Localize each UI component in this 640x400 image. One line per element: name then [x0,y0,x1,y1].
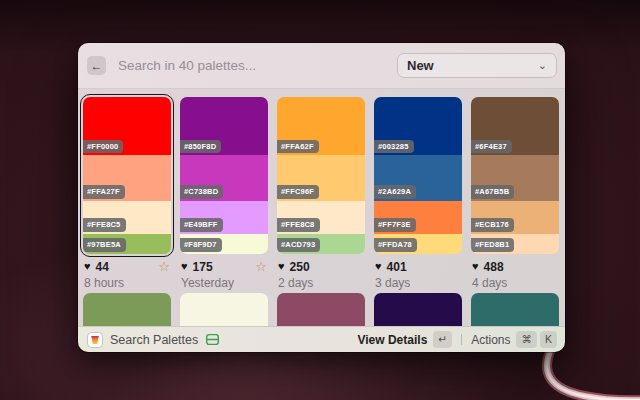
hex-chip: #FFA27F [83,185,125,199]
palette-meta: ♥ 488 4 days [471,254,559,289]
sort-dropdown[interactable]: New ⌄ [397,53,557,78]
color-band: #97BE5A [83,234,171,254]
color-band: #FFC96F [277,155,365,201]
chevron-down-icon: ⌄ [538,60,547,71]
k-key-badge: K [540,331,557,348]
palette-card-1[interactable]: #FF0000 #FFA27F #FFE8C5 #97BE5A [83,97,171,254]
extension-icon [87,332,103,348]
heart-icon: ♥ [278,261,285,272]
palette-meta: ♥ 401 3 days [374,254,462,289]
hex-chip: #F8F9D7 [180,238,222,252]
actions-label: Actions [471,333,510,347]
color-band: #ECB176 [471,201,559,234]
color-band: #6F4E37 [471,97,559,155]
search-input[interactable] [116,57,397,74]
return-key-badge: ↵ [433,331,452,348]
hex-chip: #FFE8C8 [277,218,320,232]
partial-palette-card[interactable] [374,293,462,326]
hex-chip: #850F8D [180,140,221,154]
color-band: #2A629A [374,155,462,201]
color-band: #C738BD [180,155,268,201]
footer-divider [461,334,462,345]
hex-chip: #A67B5B [471,185,514,199]
hex-chip: #C738BD [180,185,223,199]
hex-chip: #2A629A [374,185,416,199]
heart-icon: ♥ [375,261,382,272]
hex-chip: #ACD793 [277,238,320,252]
color-band: #FFA62F [277,97,365,155]
palette-column: #003285 #2A629A #FF7F3E #FFDA78 ♥ 401 3 … [374,97,462,326]
hex-chip: #97BE5A [83,238,126,252]
likes-count: 44 [96,261,109,273]
command-title: Search Palettes [110,333,198,347]
heart-icon: ♥ [472,261,479,272]
palette-card-5[interactable]: #6F4E37 #A67B5B #ECB176 #FED8B1 [471,97,559,254]
app-window: ← New ⌄ #FF0000 #FFA27F #FFE8C5 #97BE5A … [78,43,565,352]
relative-time: 4 days [472,277,558,289]
partial-palette-card[interactable] [471,293,559,326]
color-band: #FF7F3E [374,201,462,234]
color-band: #F8F9D7 [180,234,268,254]
color-band: #A67B5B [471,155,559,201]
actions-button[interactable]: Actions ⌘ K [471,331,557,348]
palette-meta: ♥ 175 ☆ Yesterday [180,254,268,289]
color-band: #ACD793 [277,234,365,254]
color-band: #FED8B1 [471,234,559,254]
palette-meta: ♥ 250 2 days [277,254,365,289]
hex-chip: #FED8B1 [471,238,514,252]
heart-icon: ♥ [181,261,188,272]
palette-card-3[interactable]: #FFA62F #FFC96F #FFE8C8 #ACD793 [277,97,365,254]
hex-chip: #003285 [374,140,414,154]
palette-column: #850F8D #C738BD #E49BFF #F8F9D7 ♥ 175 ☆ … [180,97,268,326]
likes-count: 250 [290,261,310,273]
palette-meta: ♥ 44 ☆ 8 hours [83,254,171,289]
partial-palette-card[interactable] [277,293,365,326]
relative-time: 2 days [278,277,364,289]
back-button[interactable]: ← [87,56,106,75]
hex-chip: #FFC96F [277,185,319,199]
hex-chip: #FFDA78 [374,238,417,252]
color-band: #003285 [374,97,462,155]
relative-time: Yesterday [181,277,267,289]
color-band: #850F8D [180,97,268,155]
favorite-star-icon[interactable]: ☆ [158,260,170,273]
palette-view-icon [205,332,220,347]
palette-card-2[interactable]: #850F8D #C738BD #E49BFF #F8F9D7 [180,97,268,254]
color-band: #E49BFF [180,201,268,234]
search-bar: ← New ⌄ [78,43,565,89]
hex-chip: #ECB176 [471,218,514,232]
color-band: #FFA27F [83,155,171,201]
likes-count: 488 [484,261,504,273]
palette-column: #FF0000 #FFA27F #FFE8C5 #97BE5A ♥ 44 ☆ 8… [83,97,171,326]
hex-chip: #FF0000 [83,140,123,154]
palette-column: #FFA62F #FFC96F #FFE8C8 #ACD793 ♥ 250 2 … [277,97,365,326]
hex-chip: #FF7F3E [374,218,416,232]
sort-dropdown-value: New [407,58,434,73]
partial-palette-card[interactable] [180,293,268,326]
command-key-badge: ⌘ [516,331,537,348]
likes-count: 175 [193,261,213,273]
heart-icon: ♥ [84,261,91,272]
likes-count: 401 [387,261,407,273]
relative-time: 8 hours [84,277,170,289]
back-arrow-icon: ← [91,60,103,72]
action-bar: Search Palettes View Details ↵ Actions ⌘… [78,326,565,352]
hex-chip: #FFE8C5 [83,218,126,232]
palette-card-4[interactable]: #003285 #2A629A #FF7F3E #FFDA78 [374,97,462,254]
color-band: #FFE8C8 [277,201,365,234]
favorite-star-icon[interactable]: ☆ [255,260,267,273]
hex-chip: #E49BFF [180,218,223,232]
color-band: #FF0000 [83,97,171,155]
partial-palette-card[interactable] [83,293,171,326]
relative-time: 3 days [375,277,461,289]
hex-chip: #FFA62F [277,140,319,154]
palette-column: #6F4E37 #A67B5B #ECB176 #FED8B1 ♥ 488 4 … [471,97,559,326]
palette-grid: #FF0000 #FFA27F #FFE8C5 #97BE5A ♥ 44 ☆ 8… [78,89,565,326]
color-band: #FFE8C5 [83,201,171,234]
view-details-button[interactable]: View Details [357,333,427,347]
color-band: #FFDA78 [374,234,462,254]
hex-chip: #6F4E37 [471,140,512,154]
